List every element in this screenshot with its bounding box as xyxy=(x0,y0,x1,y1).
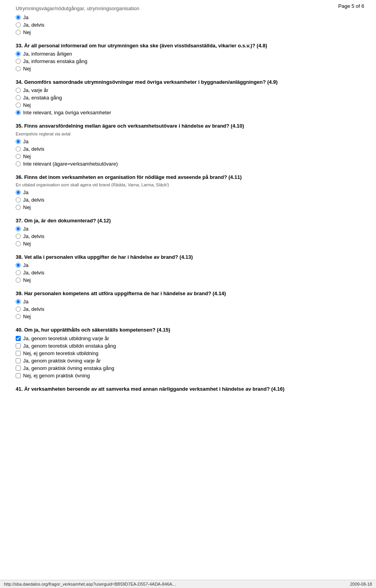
radio-q33-2[interactable] xyxy=(16,59,21,64)
option-row: Ja xyxy=(16,189,360,195)
radio-q36-2[interactable] xyxy=(16,197,21,202)
question-39: 39. Har personalen kompetens att utföra … xyxy=(16,290,360,319)
question-36-text: 36. Finns det inom verksamheten en organ… xyxy=(16,174,360,181)
radio-q38-2[interactable] xyxy=(16,270,21,275)
footer-url: http://sba.daedalos.org/fragor_verksamhe… xyxy=(4,582,176,586)
radio-q34-2[interactable] xyxy=(16,95,21,100)
option-row: Ja, delvis xyxy=(16,146,360,152)
radio-q33-3[interactable] xyxy=(16,66,21,71)
checkbox-q40-4[interactable] xyxy=(16,358,21,363)
option-row: Inte relevant, inga övriga verksamheter xyxy=(16,110,360,115)
option-row: Ja, delvis xyxy=(16,306,360,312)
option-row: Ja, delvis xyxy=(16,270,360,276)
radio-q38-1[interactable] xyxy=(16,263,21,268)
question-35-sub: Exempelvis reglerat via avtal xyxy=(16,132,360,136)
radio-q37-2[interactable] xyxy=(16,234,21,239)
question-39-text: 39. Har personalen kompetens att utföra … xyxy=(16,290,360,297)
question-34-text: 34. Genomförs samordnade utrymningsövnin… xyxy=(16,79,360,86)
option-label: Ja, delvis xyxy=(23,270,44,276)
question-38-text: 38. Vet alla i personalen vilka uppgifte… xyxy=(16,254,360,261)
radio-nej[interactable] xyxy=(16,30,21,35)
page-container: Page 5 of 6 Utrymningsvägar/nödutgångar,… xyxy=(0,0,376,588)
option-row: Inte relevant (ägare=verksamhetsutövare) xyxy=(16,161,360,167)
radio-q35-4[interactable] xyxy=(16,161,21,166)
option-row: Nej xyxy=(16,102,360,108)
option-row: Ja xyxy=(16,299,360,305)
option-label: Ja, delvis xyxy=(23,233,44,239)
radio-q37-1[interactable] xyxy=(16,226,21,231)
footer-bar: http://sba.daedalos.org/fragor_verksamhe… xyxy=(0,580,376,588)
option-row: Ja xyxy=(16,14,360,20)
radio-q35-1[interactable] xyxy=(16,139,21,144)
checkbox-q40-2[interactable] xyxy=(16,343,21,348)
option-row: Ja xyxy=(16,226,360,232)
checkbox-q40-1[interactable] xyxy=(16,336,21,341)
question-41: 41. Är verksamheten beroende av att samv… xyxy=(16,386,360,393)
radio-q39-2[interactable] xyxy=(16,307,21,312)
option-row: Ja, informeras enstaka gång xyxy=(16,58,360,64)
radio-q36-1[interactable] xyxy=(16,190,21,195)
checkbox-q40-5[interactable] xyxy=(16,366,21,371)
option-label: Ja, informeras enstaka gång xyxy=(23,58,87,64)
question-33: 33. Är all personal informerad om hur ut… xyxy=(16,42,360,72)
radio-q37-3[interactable] xyxy=(16,241,21,246)
option-label: Nej xyxy=(23,314,31,319)
option-label: Ja xyxy=(23,299,29,305)
radio-q36-3[interactable] xyxy=(16,205,21,210)
question-35: 35. Finns ansvarsfördelning mellan ägare… xyxy=(16,123,360,166)
option-label: Nej xyxy=(23,277,31,283)
option-label: Nej xyxy=(23,204,31,210)
option-label: Ja xyxy=(23,139,29,144)
radio-q35-3[interactable] xyxy=(16,154,21,159)
checkbox-q40-3[interactable] xyxy=(16,351,21,356)
option-row: Ja, genom praktisk övning varje år xyxy=(16,358,360,364)
option-label: Ja, genom teoretisk utbildn enstaka gång xyxy=(23,343,116,349)
radio-q34-3[interactable] xyxy=(16,103,21,108)
option-row: Nej xyxy=(16,204,360,210)
option-row: Nej, ej genom praktisk övning xyxy=(16,373,360,379)
option-row: Ja, delvis xyxy=(16,233,360,239)
question-37-text: 37. Om ja, är den dokumenterad? (4.12) xyxy=(16,217,360,224)
option-label: Ja, enstaka gång xyxy=(23,95,62,101)
radio-q34-4[interactable] xyxy=(16,110,21,115)
question-35-text: 35. Finns ansvarsfördelning mellan ägare… xyxy=(16,123,360,130)
radio-q33-1[interactable] xyxy=(16,51,21,56)
option-label: Ja, delvis xyxy=(23,22,44,28)
question-38: 38. Vet alla i personalen vilka uppgifte… xyxy=(16,254,360,283)
option-label: Inte relevant, inga övriga verksamheter xyxy=(23,110,111,115)
option-label: Ja xyxy=(23,189,29,195)
option-row: Ja xyxy=(16,139,360,144)
option-row: Nej xyxy=(16,29,360,35)
option-row: Ja, enstaka gång xyxy=(16,95,360,101)
page-indicator: Page 5 of 6 xyxy=(338,3,365,9)
option-label: Nej, ej genom teoretisk utbildning xyxy=(23,350,98,356)
option-label: Ja, varje år xyxy=(23,87,48,93)
option-row: Nej xyxy=(16,277,360,283)
radio-ja[interactable] xyxy=(16,15,21,20)
radio-q38-3[interactable] xyxy=(16,278,21,283)
option-label: Ja, genom teoretisk utbildning varje år xyxy=(23,335,109,341)
checkbox-q40-6[interactable] xyxy=(16,373,21,378)
option-row: Nej, ej genom teoretisk utbildning xyxy=(16,350,360,356)
option-label: Nej xyxy=(23,153,31,159)
radio-q39-1[interactable] xyxy=(16,299,21,304)
option-row: Ja, genom teoretisk utbildn enstaka gång xyxy=(16,343,360,349)
question-37: 37. Om ja, är den dokumenterad? (4.12) J… xyxy=(16,217,360,247)
option-label: Ja, delvis xyxy=(23,146,44,152)
option-label: Ja, genom praktisk övning enstaka gång xyxy=(23,365,114,371)
option-label: Nej xyxy=(23,29,31,35)
option-label: Ja, delvis xyxy=(23,306,44,312)
option-label: Nej xyxy=(23,241,31,247)
radio-q35-2[interactable] xyxy=(16,146,21,152)
option-row: Ja, informeras årligen xyxy=(16,51,360,57)
radio-ja-delvis[interactable] xyxy=(16,22,21,27)
option-label: Ja, informeras årligen xyxy=(23,51,72,57)
question-36-sub: En uttalad organisation som skall agera … xyxy=(16,182,360,187)
option-row: Nej xyxy=(16,241,360,247)
option-row: Ja, genom teoretisk utbildning varje år xyxy=(16,335,360,341)
option-row: Ja, delvis xyxy=(16,197,360,203)
radio-q39-3[interactable] xyxy=(16,314,21,319)
radio-q34-1[interactable] xyxy=(16,88,21,93)
question-40: 40. Om ja, hur upprätthålls och säkerstä… xyxy=(16,326,360,378)
option-label: Ja xyxy=(23,262,29,268)
